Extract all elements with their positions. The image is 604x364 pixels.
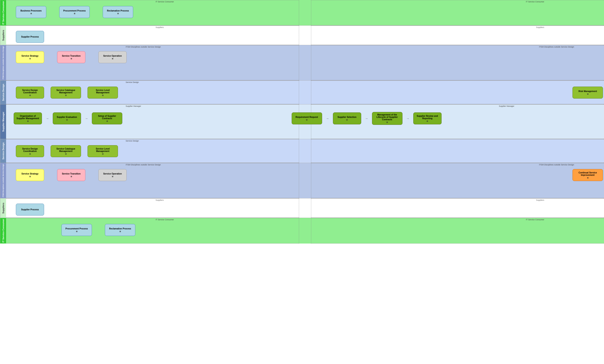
box-requirement-request[interactable]: Requirement Request ⊞ xyxy=(292,112,322,124)
lane-content-service-design-top: Service Design Service Design Coordinati… xyxy=(6,81,604,104)
box-scm-top[interactable]: Service Catalogue Management ⊞ xyxy=(50,87,81,98)
swimlane-suppliers-top: Suppliers Suppliers Suppliers Supplier P… xyxy=(0,26,604,45)
lane-label-suppliers-bottom: Suppliers xyxy=(0,198,6,218)
swimlane-it-consumer-bottom: IT Service Consumer IT Service Consumer … xyxy=(0,218,604,243)
section-title-itsm-right: ITSM Disciplines outside Service Design xyxy=(539,46,574,48)
box-sdc-top[interactable]: Service Design Coordination ⊞ xyxy=(16,87,44,98)
diagram-container: IT Service Consumer IT Service Consumer … xyxy=(0,0,604,364)
section-title-it-consumer-left: IT Service Consumer xyxy=(155,1,174,3)
box-supplier-evaluation[interactable]: Supplier Evaluation ⊞ xyxy=(53,112,81,124)
section-title-suppliers-bottom-left: Suppliers xyxy=(155,199,164,201)
lane-label-service-design-top: Service Design xyxy=(0,81,6,104)
box-scm-bottom[interactable]: Service Catalogue Management ⊞ xyxy=(50,145,81,157)
swimlane-supplier-manager: Supplier Manager Supplier Manager Suppli… xyxy=(0,104,604,139)
lane-content-itsm-top: ITSM Disciplines outside Service Design … xyxy=(6,45,604,80)
box-mgmt-lifecycle[interactable]: Management of the Lifecycle of Supplier … xyxy=(372,112,403,125)
box-procurement-process-bottom[interactable]: Procurement Process ⊞ xyxy=(62,224,92,236)
swimlane-service-design-top: Service Design Service Design Service De… xyxy=(0,81,604,104)
box-supplier-process-top[interactable]: Supplier Process xyxy=(16,31,44,43)
box-procurement-process-top[interactable]: Procurement Process ⊞ xyxy=(59,6,90,18)
swimlane-it-consumer-top: IT Service Consumer IT Service Consumer … xyxy=(0,0,604,26)
box-supplier-review[interactable]: Supplier Review and Reporting ⊞ xyxy=(413,112,441,124)
arrow-1: → xyxy=(46,117,49,120)
lane-label-service-design-bottom: Service Design xyxy=(0,139,6,163)
lane-content-suppliers-top: Suppliers Suppliers Supplier Process xyxy=(6,26,604,45)
box-service-transition-top[interactable]: Service Transition ⊞ xyxy=(57,51,85,63)
box-supplier-process-bottom[interactable]: Supplier Process xyxy=(16,204,44,216)
section-title-suppliers-left: Suppliers xyxy=(155,26,164,28)
lane-content-supplier-manager: Supplier Manager Supplier Manager Organi… xyxy=(6,104,604,139)
lane-label-suppliers-top: Suppliers xyxy=(0,26,6,45)
swimlane-itsm-top: ITSM Disciplines outside Service Design … xyxy=(0,45,604,81)
box-service-operation-top[interactable]: Service Operation ⊞ xyxy=(98,51,127,63)
box-reclamation-process-bottom[interactable]: Reclamation Process ⊞ xyxy=(105,224,135,236)
section-title-sd-bottom: Service Design xyxy=(126,140,139,142)
section-title-itsm-bottom-right: ITSM Disciplines outside Service Design xyxy=(539,164,574,166)
lane-label-it-consumer-top: IT Service Consumer xyxy=(0,0,6,25)
section-title-itsm-bottom-left: ITSM Disciplines outside Service Design xyxy=(126,164,161,166)
box-business-processes[interactable]: Business Processes ⊞ xyxy=(16,6,46,18)
swimlane-itsm-bottom: ITSM Disciplines outside Service Design … xyxy=(0,163,604,198)
lane-label-supplier-manager: Supplier Manager xyxy=(0,104,6,139)
lane-content-suppliers-bottom: Suppliers Suppliers Supplier Process xyxy=(6,198,604,218)
swimlane-suppliers-bottom: Suppliers Suppliers Suppliers Supplier P… xyxy=(0,198,604,218)
section-title-it-consumer-right: IT Service Consumer xyxy=(526,1,544,3)
box-risk-management[interactable]: Risk Management ⊞ xyxy=(573,87,603,98)
lane-content-itsm-bottom: ITSM Disciplines outside Service Design … xyxy=(6,163,604,198)
box-continual-service-improvement[interactable]: Continual Service Improvement ⊞ xyxy=(573,169,603,181)
box-service-operation-bottom[interactable]: Service Operation ⊞ xyxy=(98,169,127,181)
lane-label-itsm-top: ITSM Disciplines outside Service Design xyxy=(0,45,6,80)
section-title-suppliers-bottom-right: Suppliers xyxy=(536,199,544,201)
box-setup-supplier-contracts[interactable]: Setup of Supplier Contracts ⊞ xyxy=(92,112,122,124)
arrow-3: → xyxy=(326,117,329,120)
lane-label-it-consumer-bottom: IT Service Consumer xyxy=(0,218,6,243)
section-title-it-consumer-bottom-left: IT Service Consumer xyxy=(155,218,174,221)
box-sdc-bottom[interactable]: Service Design Coordination ⊞ xyxy=(16,145,44,157)
section-title-sm-left: Supplier Manager xyxy=(126,105,141,107)
swimlane-service-design-bottom: Service Design Service Design Service De… xyxy=(0,139,604,163)
section-title-service-design: Service Design xyxy=(126,81,139,83)
box-service-strategy-bottom[interactable]: Service Strategy ⊞ xyxy=(16,169,44,181)
lane-content-service-design-bottom: Service Design Service Design Coordinati… xyxy=(6,139,604,163)
box-org-supplier-mgmt[interactable]: Organization of Supplier Management ⊞ xyxy=(14,112,42,124)
section-title-itsm-left: ITSM Disciplines outside Service Design xyxy=(126,46,161,48)
section-title-sm-right: Supplier Manager xyxy=(499,105,514,107)
arrow-5: → xyxy=(406,117,409,120)
box-supplier-selection[interactable]: Supplier Selection ⊞ xyxy=(333,112,361,124)
box-service-transition-bottom[interactable]: Service Transition ⊞ xyxy=(57,169,85,181)
lane-content-it-consumer-bottom: IT Service Consumer IT Service Consumer … xyxy=(6,218,604,243)
section-title-suppliers-right: Suppliers xyxy=(536,26,544,28)
box-slm-top[interactable]: Service Level Management ⊞ xyxy=(88,87,118,98)
section-title-it-consumer-bottom-right: IT Service Consumer xyxy=(526,218,544,221)
lane-content-it-consumer-top: IT Service Consumer IT Service Consumer … xyxy=(6,0,604,25)
arrow-2: → xyxy=(85,117,88,120)
box-service-strategy-top[interactable]: Service Strategy ⊞ xyxy=(16,51,44,63)
box-slm-bottom[interactable]: Service Level Management ⊞ xyxy=(88,145,118,157)
arrow-4: → xyxy=(365,117,368,120)
box-reclamation-process-top[interactable]: Reclamation Process ⊞ xyxy=(103,6,133,18)
lane-label-itsm-bottom: ITSM Disciplines outside Service Design xyxy=(0,163,6,198)
